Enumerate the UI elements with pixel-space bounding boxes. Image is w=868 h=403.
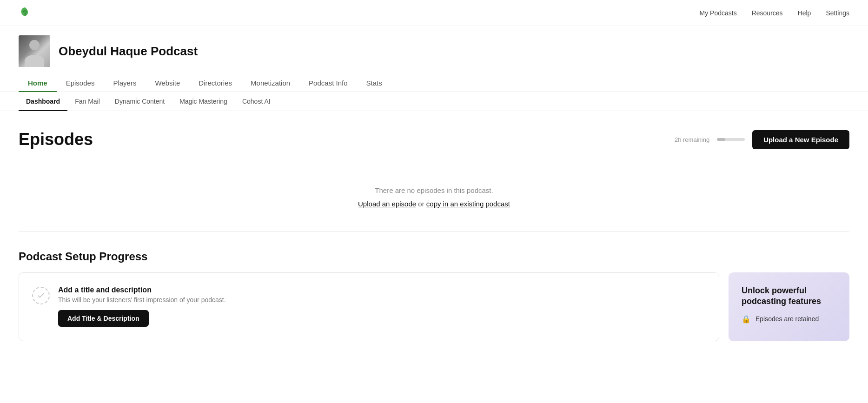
secondary-nav: Dashboard Fan Mail Dynamic Content Magic… xyxy=(0,92,868,111)
upgrade-feature-1: 🔒 Episodes are retained xyxy=(742,315,836,324)
remaining-text: 2h remaining xyxy=(675,136,709,143)
empty-state: There are no episodes in this podcast. U… xyxy=(19,168,849,231)
add-title-button[interactable]: Add Title & Description xyxy=(58,310,149,327)
top-navigation: My Podcasts Resources Help Settings xyxy=(700,9,849,17)
main-content: Episodes 2h remaining Upload a New Episo… xyxy=(0,111,868,231)
setup-title: Podcast Setup Progress xyxy=(19,250,849,263)
check-icon xyxy=(32,287,50,304)
upgrade-card-heading: Unlock powerful podcasting features xyxy=(742,285,836,307)
primary-nav: Home Episodes Players Website Directorie… xyxy=(0,74,868,92)
secondary-nav-dashboard[interactable]: Dashboard xyxy=(19,92,67,111)
nav-resources[interactable]: Resources xyxy=(752,9,783,17)
top-bar: My Podcasts Resources Help Settings xyxy=(0,0,868,26)
secondary-nav-fan-mail[interactable]: Fan Mail xyxy=(67,92,107,111)
setup-card: Add a title and description This will be… xyxy=(19,272,719,341)
primary-nav-home[interactable]: Home xyxy=(19,74,57,92)
episodes-controls: 2h remaining Upload a New Episode xyxy=(675,130,849,149)
secondary-nav-magic-mastering[interactable]: Magic Mastering xyxy=(172,92,235,111)
checkmark-icon xyxy=(37,291,45,300)
upload-episode-button[interactable]: Upload a New Episode xyxy=(752,130,849,149)
empty-state-text: There are no episodes in this podcast. xyxy=(19,186,849,194)
primary-nav-stats[interactable]: Stats xyxy=(357,74,391,92)
upgrade-card: Unlock powerful podcasting features 🔒 Ep… xyxy=(729,272,849,341)
episodes-title: Episodes xyxy=(19,130,93,149)
podcast-avatar-image xyxy=(19,35,50,67)
upgrade-feature-text: Episodes are retained xyxy=(755,315,819,323)
setup-card-inner: Add a title and description This will be… xyxy=(32,286,706,327)
feature-icon: 🔒 xyxy=(742,315,751,324)
nav-help[interactable]: Help xyxy=(798,9,811,17)
podcast-avatar xyxy=(19,35,50,67)
primary-nav-episodes[interactable]: Episodes xyxy=(57,74,104,92)
nav-settings[interactable]: Settings xyxy=(826,9,849,17)
setup-grid: Add a title and description This will be… xyxy=(19,272,849,341)
setup-card-heading: Add a title and description xyxy=(58,286,226,294)
nav-my-podcasts[interactable]: My Podcasts xyxy=(700,9,737,17)
setup-card-description: This will be your listeners' first impre… xyxy=(58,296,226,304)
primary-nav-players[interactable]: Players xyxy=(104,74,146,92)
or-text: or xyxy=(418,200,426,208)
logo-icon xyxy=(19,6,32,19)
secondary-nav-cohost-ai[interactable]: Cohost AI xyxy=(235,92,278,111)
logo-area xyxy=(19,6,32,20)
empty-state-links: Upload an episode or copy in an existing… xyxy=(19,200,849,208)
storage-progress-bar xyxy=(717,138,745,141)
setup-card-body: Add a title and description This will be… xyxy=(58,286,226,327)
podcast-header: Obeydul Haque Podcast xyxy=(0,26,868,67)
podcast-title: Obeydul Haque Podcast xyxy=(59,44,198,59)
storage-progress-fill xyxy=(717,138,725,141)
episodes-header: Episodes 2h remaining Upload a New Episo… xyxy=(19,130,849,149)
copy-podcast-link[interactable]: copy in an existing podcast xyxy=(426,200,510,208)
setup-section: Podcast Setup Progress Add a title and d… xyxy=(0,250,868,360)
primary-nav-monetization[interactable]: Monetization xyxy=(241,74,299,92)
primary-nav-directories[interactable]: Directories xyxy=(189,74,241,92)
primary-nav-website[interactable]: Website xyxy=(146,74,189,92)
secondary-nav-dynamic-content[interactable]: Dynamic Content xyxy=(107,92,172,111)
primary-nav-podcast-info[interactable]: Podcast Info xyxy=(299,74,357,92)
upload-episode-link[interactable]: Upload an episode xyxy=(358,200,416,208)
